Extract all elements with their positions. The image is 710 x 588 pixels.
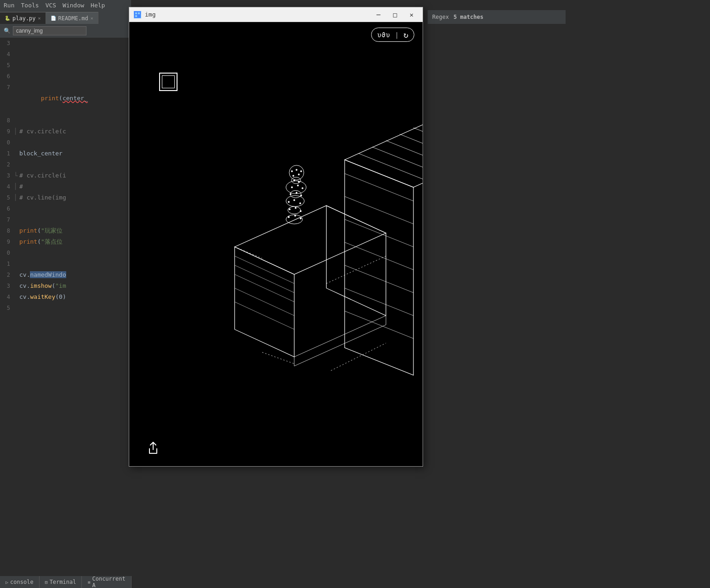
tab-bar: 🐍 play.py ✕ 📄 README.md ✕	[0, 10, 131, 24]
svg-rect-1	[135, 12, 137, 14]
code-line-9: 9 │ # cv.circle(c	[0, 126, 131, 137]
maximize-icon: □	[393, 11, 397, 18]
tab-readme-close[interactable]: ✕	[91, 16, 93, 21]
code-line-10: 0	[0, 137, 131, 148]
svg-line-69	[331, 343, 386, 371]
cv-app-icon	[134, 11, 141, 18]
code-line-16: 6	[0, 203, 131, 214]
tab-play-py[interactable]: 🐍 play.py ✕	[0, 12, 46, 24]
cv-maximize-button[interactable]: □	[389, 10, 401, 19]
svg-point-47	[300, 171, 302, 172]
svg-point-57	[300, 195, 302, 196]
svg-line-70	[326, 256, 386, 284]
menu-window[interactable]: Window	[63, 2, 84, 9]
tab-terminal[interactable]: ⊟ Terminal	[40, 576, 82, 588]
code-line-17: 7	[0, 214, 131, 225]
search-icon: 🔍	[4, 28, 11, 34]
tab-play-py-close[interactable]: ✕	[38, 16, 41, 21]
cv-image-area: υϑυ | ↻	[129, 22, 423, 466]
tab-console[interactable]: ▷ console	[0, 576, 40, 588]
menu-help[interactable]: Help	[91, 2, 105, 9]
svg-marker-5	[326, 206, 386, 315]
code-line-13: 3 └ # cv.circle(i	[0, 170, 131, 181]
code-line-21: 1	[0, 258, 131, 269]
svg-line-12	[235, 302, 294, 330]
code-line-20: 0	[0, 247, 131, 258]
svg-point-51	[298, 181, 299, 183]
tab-concurrent[interactable]: ≡ Concurrent A	[82, 576, 131, 588]
code-line-14: 4 │ #	[0, 181, 131, 192]
code-line-15: 5 │ # cv.line(img	[0, 192, 131, 203]
svg-line-25	[345, 173, 414, 201]
svg-rect-2	[138, 12, 140, 14]
svg-line-30	[345, 288, 414, 316]
code-line-22: 2 cv.namedWindo	[0, 269, 131, 280]
svg-point-49	[298, 174, 299, 175]
svg-line-32	[345, 160, 414, 188]
svg-line-35	[386, 141, 423, 168]
regex-bar: Regex 5 matches	[428, 10, 566, 24]
code-line-5: 5	[0, 60, 131, 71]
close-icon: ✕	[410, 11, 413, 18]
menu-tools[interactable]: Tools	[21, 2, 39, 9]
svg-point-60	[299, 203, 301, 204]
terminal-icon: ⊟	[45, 580, 48, 585]
right-panel	[428, 24, 710, 588]
svg-line-26	[345, 196, 414, 224]
svg-point-61	[289, 209, 290, 210]
svg-line-31	[345, 311, 414, 339]
code-line-24: 4 cv.waitKey(0)	[0, 291, 131, 303]
svg-point-59	[293, 200, 295, 201]
svg-point-53	[297, 185, 298, 186]
svg-line-8	[235, 256, 294, 284]
code-line-6: 6	[0, 71, 131, 82]
svg-point-43	[292, 177, 301, 183]
search-input[interactable]	[13, 26, 86, 35]
console-label: console	[10, 579, 34, 585]
svg-point-66	[300, 218, 301, 219]
cv-close-button[interactable]: ✕	[405, 10, 418, 19]
svg-point-58	[288, 201, 289, 203]
svg-point-56	[296, 192, 297, 194]
svg-line-27	[345, 219, 414, 247]
code-line-7: 7 print(center_	[0, 82, 131, 115]
svg-point-44	[289, 166, 304, 180]
code-line-18: 8 print("玩家位	[0, 225, 131, 236]
svg-point-64	[288, 217, 289, 218]
cv-title-bar: img ─ □ ✕	[129, 7, 423, 22]
tab-play-py-label: play.py	[12, 15, 36, 22]
cv-window-title: img	[145, 11, 368, 18]
svg-line-29	[345, 265, 414, 293]
svg-line-33	[358, 154, 423, 181]
svg-rect-3	[135, 15, 137, 17]
svg-marker-13	[345, 119, 423, 188]
svg-line-10	[235, 274, 294, 302]
concurrent-label: Concurrent A	[92, 576, 125, 588]
menu-vcs[interactable]: VCS	[46, 2, 56, 9]
cv-window[interactable]: img ─ □ ✕ υϑυ | ↻	[129, 7, 423, 467]
svg-line-68	[262, 352, 294, 364]
python-file-icon: 🐍	[5, 16, 10, 21]
tab-readme[interactable]: 📄 README.md ✕	[46, 12, 98, 24]
svg-line-36	[400, 134, 423, 162]
code-line-19: 9 print("落点位	[0, 236, 131, 247]
svg-point-41	[290, 190, 301, 198]
bottom-tabs: ▷ console ⊟ Terminal ≡ Concurrent A	[0, 576, 131, 588]
svg-line-28	[345, 242, 414, 270]
search-bar: 🔍	[0, 24, 131, 38]
menu-bar: Run Tools VCS Window Help	[0, 0, 131, 10]
minimize-icon: ─	[377, 11, 380, 18]
code-line-23: 3 cv.imshow("im	[0, 280, 131, 291]
menu-run[interactable]: Run	[4, 2, 14, 9]
regex-label[interactable]: Regex	[432, 14, 449, 20]
code-line-25: 5	[0, 303, 131, 314]
code-line-8: 8	[0, 115, 131, 126]
svg-line-9	[235, 265, 294, 293]
svg-point-38	[286, 215, 303, 224]
share-button[interactable]	[147, 441, 160, 457]
matches-badge: 5 matches	[453, 14, 483, 20]
cv-minimize-button[interactable]: ─	[372, 10, 385, 19]
svg-marker-4	[235, 206, 386, 274]
svg-point-39	[288, 206, 301, 214]
svg-point-50	[293, 180, 295, 181]
